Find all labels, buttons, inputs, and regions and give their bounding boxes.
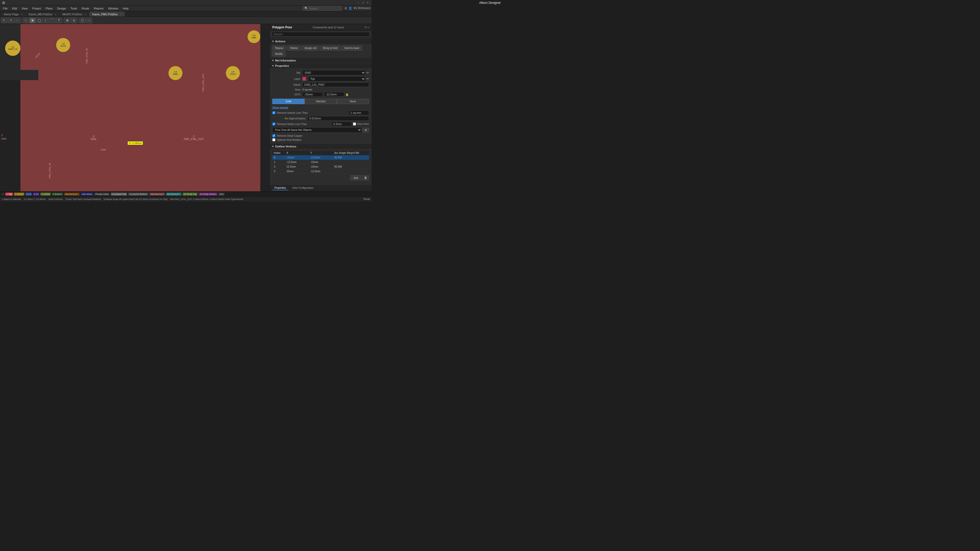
pour-over-select[interactable]: Pour Over All Same Net Objects: [272, 127, 362, 133]
tool-text[interactable]: T: [56, 17, 62, 23]
row0-x-input[interactable]: [286, 156, 302, 159]
remove-necks-checkbox[interactable]: [272, 122, 275, 125]
layer-l4[interactable]: 4 L4: [33, 192, 40, 196]
tool-more[interactable]: ⋯: [86, 17, 92, 23]
layer-select[interactable]: Top: [308, 76, 366, 81]
tab-kame-fmu[interactable]: Kame_FMU.PcbDoc ×: [89, 12, 125, 17]
maximize-btn[interactable]: □: [361, 1, 365, 5]
tool-fill[interactable]: ■: [29, 17, 35, 23]
delete-vertex-btn[interactable]: 🗑: [363, 175, 369, 180]
tab-homepage[interactable]: Home Page ×: [1, 12, 25, 17]
menu-project[interactable]: Project: [30, 6, 43, 11]
menubar-search-input[interactable]: [309, 7, 340, 10]
tool-polygon[interactable]: ⬡: [80, 17, 86, 23]
layer-mech1[interactable]: Mechanical 1: [64, 192, 80, 196]
layer-private[interactable]: Private notes: [94, 192, 110, 196]
section-net-info[interactable]: ▼ Net Information: [270, 58, 372, 63]
remove-necks-input[interactable]: [331, 122, 352, 126]
prop-collapse-icon[interactable]: «: [368, 26, 369, 29]
show-preview-link[interactable]: Show preview: [272, 106, 369, 109]
remove-islands-input[interactable]: [348, 110, 369, 115]
y-input[interactable]: [324, 92, 344, 97]
section-properties[interactable]: ▼ Properties: [270, 63, 372, 68]
fill-solid-btn[interactable]: Solid: [272, 99, 304, 104]
lock-icon[interactable]: 🔒: [345, 93, 349, 96]
fill-none-btn[interactable]: None: [337, 99, 369, 104]
layer-gnd2[interactable]: 2 GND2: [14, 192, 24, 196]
optimal-void-checkbox[interactable]: [272, 138, 275, 141]
menu-reports[interactable]: Reports: [92, 6, 106, 11]
table-row[interactable]: 0: [272, 156, 369, 160]
panel-tab-properties[interactable]: Properties: [272, 186, 288, 190]
pour-over-arrow[interactable]: ▼: [363, 128, 369, 132]
window-controls[interactable]: − □ ×: [357, 1, 369, 5]
assign-net-btn[interactable]: Assign net: [302, 46, 319, 51]
menu-route[interactable]: Route: [80, 6, 91, 11]
tab-kame-mb-close[interactable]: ×: [55, 13, 56, 16]
menu-window[interactable]: Window: [106, 6, 120, 11]
my-workspace-btn[interactable]: My Workspace: [354, 6, 371, 10]
menu-design[interactable]: Design: [55, 6, 68, 11]
toolbar-icon-2[interactable]: 👤: [348, 6, 352, 10]
layer-courtyard-top[interactable]: Courtyard Top: [111, 192, 127, 196]
tab-kame-mb[interactable]: Kame_MB.PcbDoc ×: [26, 12, 59, 17]
layer-mech6[interactable]: Mechanical 6: [149, 192, 165, 196]
tab-kame-fmu-close[interactable]: ×: [120, 13, 122, 16]
tool-via[interactable]: ⊕: [64, 17, 70, 23]
table-row[interactable]: 2 12.5mm -15mm 90.000: [272, 165, 369, 169]
send-to-back-btn[interactable]: Send to back: [342, 46, 362, 51]
section-actions[interactable]: ▼ Actions: [270, 39, 372, 44]
modify-btn[interactable]: Modify: [272, 52, 285, 56]
remove-islands-checkbox[interactable]: [272, 111, 275, 114]
x-input[interactable]: [302, 92, 323, 97]
tab-minipc[interactable]: MiniPC.PcbDoc ×: [60, 12, 89, 17]
row0-y-input[interactable]: [310, 156, 326, 159]
prop-search-input[interactable]: [272, 32, 369, 37]
remove-dead-copper-checkbox[interactable]: [272, 134, 275, 137]
section-outline-vertices[interactable]: ▼ Outline Vertices: [270, 144, 372, 149]
layer-bottom[interactable]: 6 Bottom: [52, 192, 63, 196]
layer-fab[interactable]: Fab Notes: [81, 192, 94, 196]
toolbar-icon-1[interactable]: ⚙: [345, 6, 347, 10]
name-input[interactable]: [302, 83, 369, 87]
table-row[interactable]: 1 -12.5mm -15mm: [272, 160, 369, 165]
menu-place[interactable]: Place: [44, 6, 55, 11]
menu-file[interactable]: File: [1, 6, 10, 11]
layer-l3[interactable]: 3 L3: [25, 192, 32, 196]
tool-circ[interactable]: ◯: [36, 17, 42, 23]
close-btn[interactable]: ×: [366, 1, 369, 5]
row0-x[interactable]: [285, 156, 309, 160]
layer-courtyard-bot[interactable]: Courtyard Bottom: [128, 192, 148, 196]
add-vertex-btn[interactable]: Add: [350, 175, 361, 180]
layer-des[interactable]: Des: [218, 192, 224, 196]
bring-to-front-btn[interactable]: Bring to front: [320, 46, 340, 51]
menu-help[interactable]: Help: [121, 6, 130, 11]
menubar-search[interactable]: 🔍: [303, 6, 342, 11]
tab-minipc-close[interactable]: ×: [84, 13, 86, 16]
repour-btn[interactable]: Repour: [272, 46, 286, 51]
tool-arc[interactable]: ⌒: [49, 17, 56, 23]
pcb-canvas[interactable]: 1-6VCC3 1-6GND 1-6GND 1-6VCC3 1-6UART4_T…: [0, 24, 269, 191]
prop-filter-icon[interactable]: ▽: [364, 26, 366, 29]
tool-rect[interactable]: □: [23, 17, 29, 23]
layer-3d-top[interactable]: 3D Body Top: [183, 192, 197, 196]
menu-edit[interactable]: Edit: [10, 6, 19, 11]
panel-tab-view-config[interactable]: View Configuration: [290, 186, 316, 190]
ls-chip[interactable]: LS: [2, 193, 4, 195]
shelve-btn[interactable]: Shelve: [287, 46, 301, 51]
net-edit-icon[interactable]: ✏: [366, 71, 369, 75]
net-select[interactable]: GND: [302, 70, 366, 75]
arc-approx-input[interactable]: [307, 116, 369, 121]
tool-line[interactable]: /: [43, 17, 49, 23]
tool-smart-interactive-route[interactable]: ↔: [14, 17, 21, 23]
layer-mech7[interactable]: Mechanical 7: [166, 192, 181, 196]
layer-edit-icon[interactable]: ✏: [366, 77, 369, 81]
tool-select[interactable]: ↖: [1, 17, 7, 23]
tool-pad[interactable]: ⊙: [71, 17, 77, 23]
table-row[interactable]: 3 15mm -12.5mm: [272, 169, 369, 174]
row0-y[interactable]: [309, 156, 333, 160]
row0-arc-input[interactable]: [334, 156, 350, 159]
menu-tools[interactable]: Tools: [68, 6, 79, 11]
tab-homepage-close[interactable]: ×: [21, 13, 22, 16]
menu-view[interactable]: View: [20, 6, 30, 11]
